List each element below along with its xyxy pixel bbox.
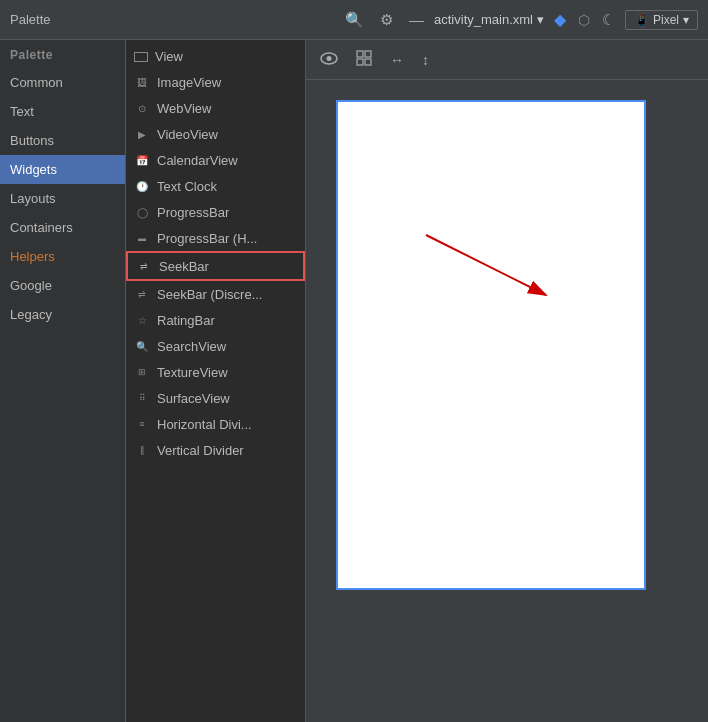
- widget-searchview[interactable]: 🔍 SearchView: [126, 333, 305, 359]
- webview-icon: ⊙: [134, 100, 150, 116]
- canvas-area: ↔ ↕: [306, 40, 708, 722]
- palette-sidebar: Palette Common Text Buttons Widgets Layo…: [0, 40, 126, 722]
- widget-textclock[interactable]: 🕐 Text Clock: [126, 173, 305, 199]
- searchview-icon: 🔍: [134, 338, 150, 354]
- file-dropdown-icon: ▾: [537, 12, 544, 27]
- sidebar-item-buttons[interactable]: Buttons: [0, 126, 125, 155]
- textclock-icon: 🕐: [134, 178, 150, 194]
- moon-icon[interactable]: ☾: [600, 9, 617, 31]
- sidebar-item-helpers[interactable]: Helpers: [0, 242, 125, 271]
- widget-view[interactable]: View: [126, 44, 305, 69]
- widget-videoview[interactable]: ▶ VideoView: [126, 121, 305, 147]
- phone-icon: 📱: [634, 13, 649, 27]
- minimize-icon[interactable]: —: [407, 9, 426, 30]
- top-bar: Palette 🔍 ⚙ — activity_main.xml ▾ ◆ ⬡ ☾ …: [0, 0, 708, 40]
- widget-vertical-divider[interactable]: ‖ Vertical Divider: [126, 437, 305, 463]
- eye-icon[interactable]: [316, 50, 342, 70]
- widget-progressbar[interactable]: ◯ ProgressBar: [126, 199, 305, 225]
- sidebar-header: Palette: [0, 40, 125, 68]
- vertical-divider-icon: ‖: [134, 442, 150, 458]
- sidebar-item-widgets[interactable]: Widgets: [0, 155, 125, 184]
- main-layout: Palette Common Text Buttons Widgets Layo…: [0, 40, 708, 722]
- canvas-content: [306, 80, 708, 722]
- grid-icon[interactable]: [352, 48, 376, 71]
- progressbar-h-icon: ▬: [134, 230, 150, 246]
- textureview-icon: ⊞: [134, 364, 150, 380]
- widget-imageview[interactable]: 🖼 ImageView: [126, 69, 305, 95]
- settings-icon[interactable]: ⚙: [378, 9, 395, 31]
- pixel-label: Pixel: [653, 13, 679, 27]
- canvas-toolbar: ↔ ↕: [306, 40, 708, 80]
- widget-webview[interactable]: ⊙ WebView: [126, 95, 305, 121]
- palette-title: Palette: [10, 12, 70, 27]
- ratingbar-icon: ☆: [134, 312, 150, 328]
- pixel-dropdown-icon: ▾: [683, 13, 689, 27]
- view-icon: [134, 52, 148, 62]
- seekbar-icon: ⇌: [136, 258, 152, 274]
- widget-list: View 🖼 ImageView ⊙ WebView ▶ VideoView 📅…: [126, 40, 306, 722]
- widget-textureview[interactable]: ⊞ TextureView: [126, 359, 305, 385]
- file-name-label: activity_main.xml: [434, 12, 533, 27]
- videoview-icon: ▶: [134, 126, 150, 142]
- diamond-icon[interactable]: ◆: [552, 8, 568, 31]
- seekbar-discrete-icon: ⇌: [134, 286, 150, 302]
- svg-rect-4: [357, 59, 363, 65]
- widget-calendarview[interactable]: 📅 CalendarView: [126, 147, 305, 173]
- svg-point-1: [327, 56, 332, 61]
- sidebar-item-text[interactable]: Text: [0, 97, 125, 126]
- arrow-vertical-icon[interactable]: ↕: [418, 50, 433, 70]
- arrow-horizontal-icon[interactable]: ↔: [386, 50, 408, 70]
- file-name-btn[interactable]: activity_main.xml ▾: [434, 12, 544, 27]
- horizontal-divider-icon: ≡: [134, 416, 150, 432]
- sidebar-item-common[interactable]: Common: [0, 68, 125, 97]
- pixel-device-btn[interactable]: 📱 Pixel ▾: [625, 10, 698, 30]
- widget-seekbar[interactable]: ⇌ SeekBar: [126, 251, 305, 281]
- widget-surfaceview[interactable]: ⠿ SurfaceView: [126, 385, 305, 411]
- widget-progressbar-h[interactable]: ▬ ProgressBar (H...: [126, 225, 305, 251]
- svg-rect-5: [365, 59, 371, 65]
- progressbar-icon: ◯: [134, 204, 150, 220]
- widget-horizontal-divider[interactable]: ≡ Horizontal Divi...: [126, 411, 305, 437]
- surfaceview-icon: ⠿: [134, 390, 150, 406]
- design-toggle-icon[interactable]: ⬡: [576, 10, 592, 30]
- sidebar-item-legacy[interactable]: Legacy: [0, 300, 125, 329]
- widget-seekbar-discrete[interactable]: ⇌ SeekBar (Discre...: [126, 281, 305, 307]
- search-icon[interactable]: 🔍: [343, 9, 366, 31]
- phone-frame: [336, 100, 646, 590]
- imageview-icon: 🖼: [134, 74, 150, 90]
- svg-rect-3: [365, 51, 371, 57]
- svg-rect-2: [357, 51, 363, 57]
- widget-ratingbar[interactable]: ☆ RatingBar: [126, 307, 305, 333]
- calendarview-icon: 📅: [134, 152, 150, 168]
- sidebar-item-google[interactable]: Google: [0, 271, 125, 300]
- sidebar-item-containers[interactable]: Containers: [0, 213, 125, 242]
- sidebar-item-layouts[interactable]: Layouts: [0, 184, 125, 213]
